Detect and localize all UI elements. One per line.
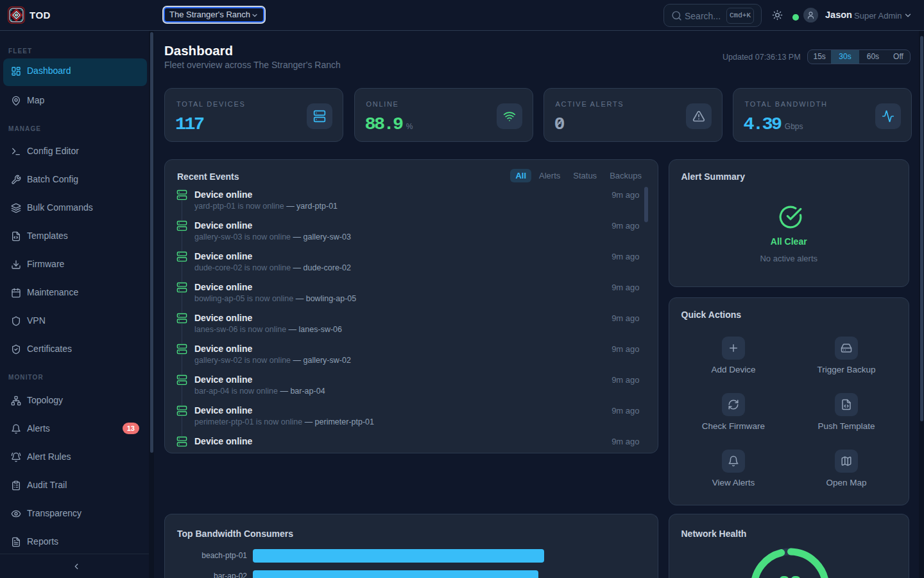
- svg-text:88: 88: [778, 573, 801, 578]
